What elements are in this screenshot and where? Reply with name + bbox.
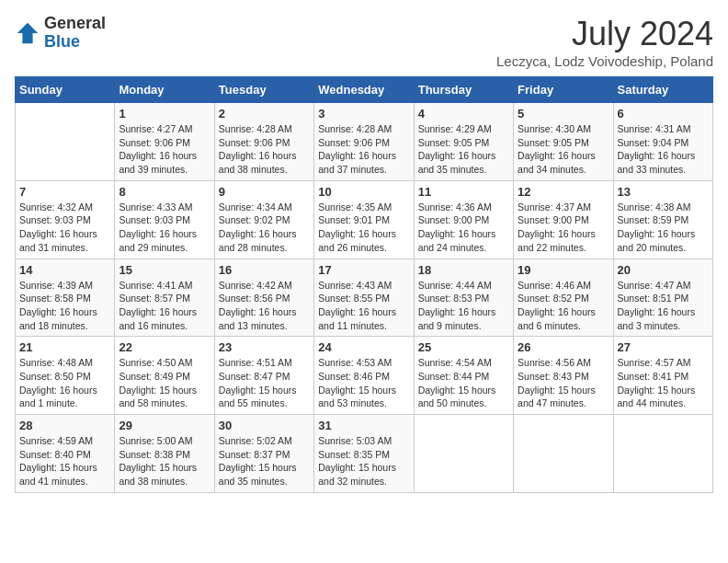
day-cell: 26 Sunrise: 4:56 AMSunset: 8:43 PMDaylig… bbox=[514, 337, 613, 415]
location-subtitle: Leczyca, Lodz Voivodeship, Poland bbox=[496, 53, 713, 69]
week-row-2: 7 Sunrise: 4:32 AMSunset: 9:03 PMDayligh… bbox=[16, 180, 713, 259]
day-number: 7 bbox=[19, 185, 110, 199]
cell-info: Sunrise: 4:42 AMSunset: 8:56 PMDaylight:… bbox=[219, 279, 310, 333]
cell-info: Sunrise: 4:48 AMSunset: 8:50 PMDaylight:… bbox=[19, 356, 110, 410]
day-number: 5 bbox=[518, 107, 609, 121]
header-day-sunday: Sunday bbox=[16, 77, 115, 103]
day-cell: 7 Sunrise: 4:32 AMSunset: 9:03 PMDayligh… bbox=[16, 180, 115, 259]
day-number: 2 bbox=[219, 107, 310, 121]
cell-info: Sunrise: 4:43 AMSunset: 8:55 PMDaylight:… bbox=[318, 279, 409, 333]
day-number: 1 bbox=[119, 107, 210, 121]
header-day-thursday: Thursday bbox=[414, 77, 513, 103]
day-number: 23 bbox=[219, 340, 310, 354]
cell-info: Sunrise: 5:03 AMSunset: 8:35 PMDaylight:… bbox=[318, 434, 409, 488]
day-cell: 19 Sunrise: 4:46 AMSunset: 8:52 PMDaylig… bbox=[514, 259, 613, 337]
day-cell bbox=[613, 415, 712, 493]
day-cell bbox=[514, 415, 613, 493]
day-number: 29 bbox=[119, 419, 210, 432]
day-cell: 30 Sunrise: 5:02 AMSunset: 8:37 PMDaylig… bbox=[214, 415, 313, 493]
day-cell: 11 Sunrise: 4:36 AMSunset: 9:00 PMDaylig… bbox=[414, 180, 513, 259]
cell-info: Sunrise: 4:36 AMSunset: 9:00 PMDaylight:… bbox=[418, 201, 509, 255]
week-row-4: 21 Sunrise: 4:48 AMSunset: 8:50 PMDaylig… bbox=[16, 337, 713, 415]
day-cell: 21 Sunrise: 4:48 AMSunset: 8:50 PMDaylig… bbox=[16, 337, 115, 415]
header-day-tuesday: Tuesday bbox=[214, 77, 313, 103]
day-number: 13 bbox=[618, 185, 709, 199]
cell-info: Sunrise: 5:00 AMSunset: 8:38 PMDaylight:… bbox=[119, 434, 210, 488]
cell-info: Sunrise: 5:02 AMSunset: 8:37 PMDaylight:… bbox=[219, 434, 310, 488]
day-cell: 8 Sunrise: 4:33 AMSunset: 9:03 PMDayligh… bbox=[115, 180, 214, 259]
day-cell: 20 Sunrise: 4:47 AMSunset: 8:51 PMDaylig… bbox=[613, 259, 712, 337]
logo-text: General Blue bbox=[44, 15, 106, 52]
day-number: 19 bbox=[518, 263, 609, 277]
day-number: 11 bbox=[418, 185, 509, 199]
day-cell: 25 Sunrise: 4:54 AMSunset: 8:44 PMDaylig… bbox=[414, 337, 513, 415]
week-row-5: 28 Sunrise: 4:59 AMSunset: 8:40 PMDaylig… bbox=[16, 415, 713, 493]
day-number: 3 bbox=[318, 107, 409, 121]
day-cell: 9 Sunrise: 4:34 AMSunset: 9:02 PMDayligh… bbox=[214, 180, 313, 259]
day-number: 30 bbox=[219, 419, 310, 432]
day-cell: 1 Sunrise: 4:27 AMSunset: 9:06 PMDayligh… bbox=[115, 103, 214, 181]
day-cell: 27 Sunrise: 4:57 AMSunset: 8:41 PMDaylig… bbox=[613, 337, 712, 415]
day-number: 18 bbox=[418, 263, 509, 277]
day-cell: 4 Sunrise: 4:29 AMSunset: 9:05 PMDayligh… bbox=[414, 103, 513, 181]
cell-info: Sunrise: 4:28 AMSunset: 9:06 PMDaylight:… bbox=[219, 122, 310, 177]
day-number: 28 bbox=[19, 419, 110, 432]
cell-info: Sunrise: 4:44 AMSunset: 8:53 PMDaylight:… bbox=[418, 279, 509, 333]
cell-info: Sunrise: 4:27 AMSunset: 9:06 PMDaylight:… bbox=[119, 122, 210, 177]
cell-info: Sunrise: 4:35 AMSunset: 9:01 PMDaylight:… bbox=[318, 201, 409, 255]
day-number: 24 bbox=[318, 340, 409, 354]
cell-info: Sunrise: 4:59 AMSunset: 8:40 PMDaylight:… bbox=[19, 434, 110, 488]
day-cell: 24 Sunrise: 4:53 AMSunset: 8:46 PMDaylig… bbox=[314, 337, 414, 415]
day-number: 26 bbox=[518, 340, 609, 354]
day-cell: 6 Sunrise: 4:31 AMSunset: 9:04 PMDayligh… bbox=[613, 103, 712, 181]
day-number: 4 bbox=[418, 107, 509, 121]
day-number: 21 bbox=[19, 340, 110, 354]
calendar-body: 1 Sunrise: 4:27 AMSunset: 9:06 PMDayligh… bbox=[16, 103, 713, 493]
day-cell: 2 Sunrise: 4:28 AMSunset: 9:06 PMDayligh… bbox=[214, 103, 313, 181]
cell-info: Sunrise: 4:46 AMSunset: 8:52 PMDaylight:… bbox=[518, 279, 609, 333]
day-cell bbox=[16, 103, 115, 181]
day-number: 27 bbox=[618, 340, 709, 354]
cell-info: Sunrise: 4:29 AMSunset: 9:05 PMDaylight:… bbox=[418, 122, 509, 177]
cell-info: Sunrise: 4:56 AMSunset: 8:43 PMDaylight:… bbox=[518, 356, 609, 410]
day-number: 10 bbox=[318, 185, 409, 199]
day-cell: 22 Sunrise: 4:50 AMSunset: 8:49 PMDaylig… bbox=[115, 337, 214, 415]
cell-info: Sunrise: 4:28 AMSunset: 9:06 PMDaylight:… bbox=[318, 122, 409, 177]
calendar-header-row: SundayMondayTuesdayWednesdayThursdayFrid… bbox=[16, 77, 713, 103]
header-day-monday: Monday bbox=[115, 77, 214, 103]
logo-general: General bbox=[44, 15, 106, 33]
week-row-3: 14 Sunrise: 4:39 AMSunset: 8:58 PMDaylig… bbox=[16, 259, 713, 337]
day-cell: 23 Sunrise: 4:51 AMSunset: 8:47 PMDaylig… bbox=[214, 337, 313, 415]
cell-info: Sunrise: 4:37 AMSunset: 9:00 PMDaylight:… bbox=[518, 201, 609, 255]
day-number: 6 bbox=[618, 107, 709, 121]
day-cell: 5 Sunrise: 4:30 AMSunset: 9:05 PMDayligh… bbox=[514, 103, 613, 181]
day-cell: 14 Sunrise: 4:39 AMSunset: 8:58 PMDaylig… bbox=[16, 259, 115, 337]
day-cell: 13 Sunrise: 4:38 AMSunset: 8:59 PMDaylig… bbox=[613, 180, 712, 259]
day-cell: 3 Sunrise: 4:28 AMSunset: 9:06 PMDayligh… bbox=[314, 103, 414, 181]
header-day-friday: Friday bbox=[514, 77, 613, 103]
cell-info: Sunrise: 4:38 AMSunset: 8:59 PMDaylight:… bbox=[618, 201, 709, 255]
day-cell: 12 Sunrise: 4:37 AMSunset: 9:00 PMDaylig… bbox=[514, 180, 613, 259]
header: General Blue July 2024 Leczyca, Lodz Voi… bbox=[15, 15, 713, 69]
svg-marker-0 bbox=[17, 23, 38, 43]
cell-info: Sunrise: 4:50 AMSunset: 8:49 PMDaylight:… bbox=[119, 356, 210, 410]
cell-info: Sunrise: 4:57 AMSunset: 8:41 PMDaylight:… bbox=[618, 356, 709, 410]
cell-info: Sunrise: 4:54 AMSunset: 8:44 PMDaylight:… bbox=[418, 356, 509, 410]
cell-info: Sunrise: 4:31 AMSunset: 9:04 PMDaylight:… bbox=[618, 122, 709, 177]
header-day-saturday: Saturday bbox=[613, 77, 712, 103]
cell-info: Sunrise: 4:53 AMSunset: 8:46 PMDaylight:… bbox=[318, 356, 409, 410]
day-cell: 15 Sunrise: 4:41 AMSunset: 8:57 PMDaylig… bbox=[115, 259, 214, 337]
day-cell: 10 Sunrise: 4:35 AMSunset: 9:01 PMDaylig… bbox=[314, 180, 414, 259]
day-number: 22 bbox=[119, 340, 210, 354]
day-cell: 18 Sunrise: 4:44 AMSunset: 8:53 PMDaylig… bbox=[414, 259, 513, 337]
day-number: 12 bbox=[518, 185, 609, 199]
cell-info: Sunrise: 4:32 AMSunset: 9:03 PMDaylight:… bbox=[19, 201, 110, 255]
cell-info: Sunrise: 4:30 AMSunset: 9:05 PMDaylight:… bbox=[518, 122, 609, 177]
logo-blue: Blue bbox=[44, 33, 106, 52]
day-number: 25 bbox=[418, 340, 509, 354]
calendar-table: SundayMondayTuesdayWednesdayThursdayFrid… bbox=[15, 76, 713, 493]
day-cell: 31 Sunrise: 5:03 AMSunset: 8:35 PMDaylig… bbox=[314, 415, 414, 493]
logo: General Blue bbox=[15, 15, 106, 52]
day-number: 17 bbox=[318, 263, 409, 277]
cell-info: Sunrise: 4:47 AMSunset: 8:51 PMDaylight:… bbox=[618, 279, 709, 333]
